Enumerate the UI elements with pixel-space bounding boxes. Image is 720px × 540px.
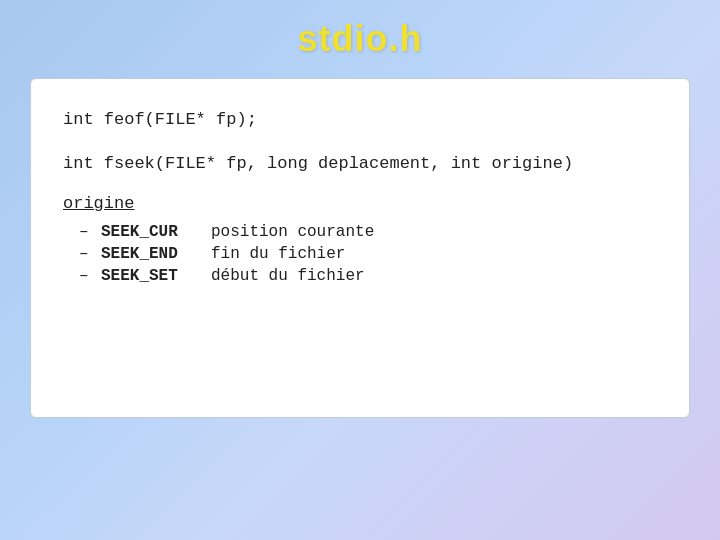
feof-section: int feof(FILE* fp); <box>63 107 657 133</box>
seek-set-key: SEEK_SET <box>101 267 211 285</box>
origine-section: origine – SEEK_CUR position courante – S… <box>63 194 657 285</box>
fseek-section: int fseek(FILE* fp, long deplacement, in… <box>63 151 657 177</box>
seek-cur-key: SEEK_CUR <box>101 223 211 241</box>
seek-end-key: SEEK_END <box>101 245 211 263</box>
seek-set-row: – SEEK_SET début du fichier <box>79 267 657 285</box>
dash-1: – <box>79 223 101 241</box>
seek-set-desc: début du fichier <box>211 267 365 285</box>
content-box: int feof(FILE* fp); int fseek(FILE* fp, … <box>30 78 690 418</box>
feof-line: int feof(FILE* fp); <box>63 110 257 129</box>
page-title: stdio.h <box>298 18 423 59</box>
origine-label: origine <box>63 194 657 213</box>
title-area: stdio.h <box>0 0 720 74</box>
seek-end-desc: fin du fichier <box>211 245 345 263</box>
seek-table: – SEEK_CUR position courante – SEEK_END … <box>79 223 657 285</box>
seek-end-row: – SEEK_END fin du fichier <box>79 245 657 263</box>
seek-cur-desc: position courante <box>211 223 374 241</box>
seek-cur-row: – SEEK_CUR position courante <box>79 223 657 241</box>
fseek-line: int fseek(FILE* fp, long deplacement, in… <box>63 154 573 173</box>
dash-2: – <box>79 245 101 263</box>
dash-3: – <box>79 267 101 285</box>
